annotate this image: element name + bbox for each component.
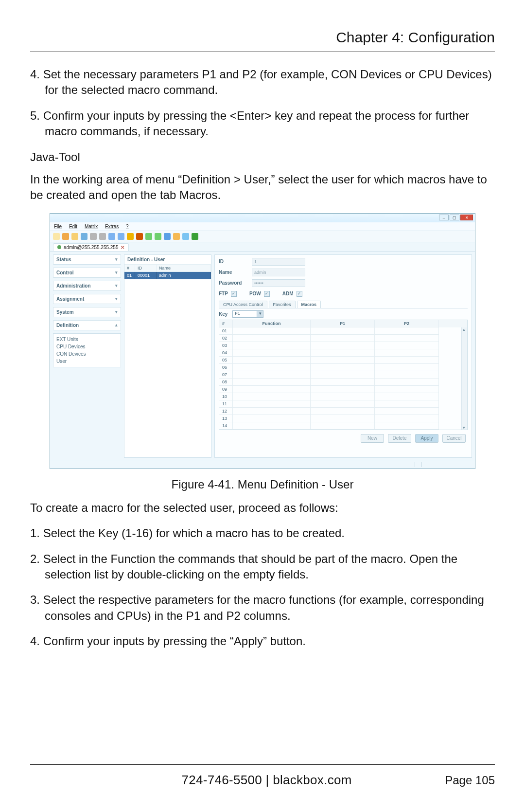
toolbar-icon[interactable] [192, 233, 198, 240]
key-select[interactable]: F1 ▾ [232, 310, 263, 318]
macro-cell-function[interactable] [233, 415, 311, 422]
toolbar-icon[interactable] [136, 233, 143, 240]
sidebar-item-control[interactable]: Control▾ [53, 268, 121, 278]
sidebar-subitem-con-devices[interactable]: CON Devices [56, 350, 118, 358]
col-header-id[interactable]: ID [135, 265, 157, 271]
toolbar-icon[interactable] [53, 233, 60, 240]
macro-cell-p2[interactable] [375, 422, 439, 430]
sidebar-subitem-ext-units[interactable]: EXT Units [56, 336, 118, 343]
new-button[interactable]: New [361, 434, 384, 443]
macro-cell-p1[interactable] [311, 364, 375, 371]
window-minimize-button[interactable]: – [439, 215, 449, 220]
sidebar-item-status[interactable]: Status▾ [53, 254, 121, 265]
macro-cell-p2[interactable] [375, 357, 439, 364]
macro-cell-function[interactable] [233, 371, 311, 379]
macro-row[interactable]: 04 [219, 349, 467, 357]
macro-cell-p2[interactable] [375, 327, 439, 335]
macro-cell-p2[interactable] [375, 393, 439, 400]
tab-close-icon[interactable]: ✕ [121, 245, 124, 250]
macro-cell-p2[interactable] [375, 342, 439, 349]
macro-cell-function[interactable] [233, 342, 311, 349]
macro-row[interactable]: 01 [219, 327, 467, 335]
window-titlebar[interactable]: – ▢ ✕ [50, 214, 475, 222]
apply-button[interactable]: Apply [415, 434, 438, 443]
macro-row[interactable]: 03 [219, 342, 467, 349]
toolbar-icon[interactable] [108, 233, 115, 240]
macro-row[interactable]: 08 [219, 379, 467, 386]
macro-row[interactable]: 11 [219, 400, 467, 408]
macro-row[interactable]: 14 [219, 422, 467, 430]
macro-col-p2[interactable]: P2 [375, 320, 439, 327]
macro-cell-p1[interactable] [311, 357, 375, 364]
user-row-selected[interactable]: 01 00001 admin [124, 272, 211, 279]
macro-row[interactable]: 10 [219, 393, 467, 400]
macro-cell-p1[interactable] [311, 327, 375, 335]
macro-cell-p2[interactable] [375, 408, 439, 415]
macro-cell-p1[interactable] [311, 408, 375, 415]
macro-cell-p2[interactable] [375, 364, 439, 371]
refresh-icon[interactable] [81, 233, 88, 240]
macro-col-p1[interactable]: P1 [311, 320, 375, 327]
macro-cell-function[interactable] [233, 364, 311, 371]
macro-cell-p1[interactable] [311, 386, 375, 393]
macro-cell-p1[interactable] [311, 415, 375, 422]
macro-col-function[interactable]: Function [233, 320, 311, 327]
col-header-name[interactable]: Name [157, 265, 211, 271]
macro-cell-p1[interactable] [311, 371, 375, 379]
toolbar-icon[interactable] [71, 233, 78, 240]
macro-cell-function[interactable] [233, 422, 311, 430]
macro-cell-function[interactable] [233, 379, 311, 386]
sidebar-item-system[interactable]: System▾ [53, 307, 121, 317]
menu-matrix[interactable]: Matrix [85, 224, 98, 229]
toolbar-icon[interactable] [182, 233, 189, 240]
macro-cell-function[interactable] [233, 335, 311, 342]
toolbar-icon[interactable] [62, 233, 69, 240]
macro-cell-function[interactable] [233, 393, 311, 400]
toolbar-icon[interactable] [90, 233, 97, 240]
password-field[interactable]: •••••• [252, 279, 305, 287]
toolbar-icon[interactable] [155, 233, 161, 240]
macro-cell-p1[interactable] [311, 342, 375, 349]
ftp-checkbox[interactable]: FTP✓ [219, 291, 237, 297]
toolbar-icon[interactable] [173, 233, 180, 240]
cancel-button[interactable]: Cancel [442, 434, 466, 443]
macro-row[interactable]: 13 [219, 415, 467, 422]
macro-cell-p1[interactable] [311, 349, 375, 357]
macro-row[interactable]: 09 [219, 386, 467, 393]
macro-cell-p1[interactable] [311, 335, 375, 342]
toolbar-icon[interactable] [164, 233, 171, 240]
macro-cell-function[interactable] [233, 400, 311, 408]
sidebar-item-definition[interactable]: Definition▴ [53, 320, 121, 330]
macro-col-num[interactable]: # [219, 320, 233, 327]
macro-cell-function[interactable] [233, 327, 311, 335]
macro-cell-p2[interactable] [375, 349, 439, 357]
macro-row[interactable]: 07 [219, 371, 467, 379]
toolbar-icon[interactable] [127, 233, 134, 240]
sidebar-subitem-cpu-devices[interactable]: CPU Devices [56, 343, 118, 350]
connection-tab[interactable]: admin@255.255.255.255 ✕ [53, 243, 129, 251]
toolbar-icon[interactable] [118, 233, 124, 240]
macro-row[interactable]: 05 [219, 357, 467, 364]
macro-row[interactable]: 06 [219, 364, 467, 371]
tab-favorites[interactable]: Favorites [269, 301, 296, 308]
macro-cell-p1[interactable] [311, 379, 375, 386]
macro-cell-p2[interactable] [375, 400, 439, 408]
dropdown-arrow-icon[interactable]: ▾ [257, 311, 263, 317]
menu-file[interactable]: File [54, 224, 62, 229]
scrollbar[interactable] [461, 327, 467, 430]
adm-checkbox[interactable]: ADM✓ [282, 291, 302, 297]
macro-cell-p1[interactable] [311, 400, 375, 408]
toolbar-icon[interactable] [99, 233, 106, 240]
macro-cell-p2[interactable] [375, 371, 439, 379]
id-field[interactable]: 1 [252, 258, 305, 266]
menu-edit[interactable]: Edit [69, 224, 77, 229]
macro-row[interactable]: 12 [219, 408, 467, 415]
menu-help[interactable]: ? [126, 224, 129, 229]
macro-cell-p1[interactable] [311, 393, 375, 400]
sidebar-subitem-user[interactable]: User [56, 358, 118, 365]
sidebar-item-assignment[interactable]: Assignment▾ [53, 294, 121, 304]
window-maximize-button[interactable]: ▢ [450, 215, 459, 220]
macro-cell-p1[interactable] [311, 422, 375, 430]
name-field[interactable]: admin [252, 269, 305, 276]
delete-button[interactable]: Delete [388, 434, 411, 443]
